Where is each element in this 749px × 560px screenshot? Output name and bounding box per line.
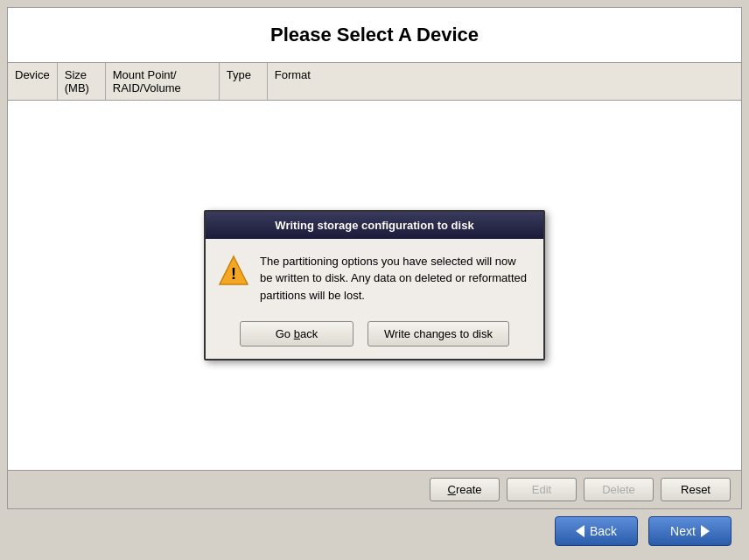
- bottom-toolbar: Create Edit Delete Reset: [7, 471, 742, 509]
- dialog-message: The partitioning options you have select…: [260, 253, 531, 304]
- table-header: Device Size(MB) Mount Point/RAID/Volume …: [7, 63, 742, 101]
- go-back-button[interactable]: Go back: [240, 321, 354, 346]
- col-header-type: Type: [220, 63, 268, 100]
- back-label: Back: [590, 524, 617, 538]
- dialog-box: Writing storage configuration to disk ! …: [204, 210, 545, 361]
- col-header-device: Device: [8, 63, 58, 100]
- next-button[interactable]: Next: [648, 516, 732, 546]
- dialog-body: ! The partitioning options you have sele…: [206, 239, 543, 315]
- next-label: Next: [670, 524, 696, 538]
- col-header-size: Size(MB): [58, 63, 106, 100]
- reset-button[interactable]: Reset: [661, 478, 731, 501]
- dialog-titlebar: Writing storage configuration to disk: [206, 212, 543, 239]
- col-header-format: Format: [268, 63, 329, 100]
- create-button[interactable]: Create: [430, 478, 500, 501]
- warning-icon: !: [218, 255, 249, 286]
- write-changes-button[interactable]: Write changes to disk: [368, 321, 509, 346]
- nav-area: Back Next: [7, 509, 742, 553]
- delete-button[interactable]: Delete: [584, 478, 654, 501]
- dialog-buttons: Go back Write changes to disk: [206, 314, 543, 359]
- title-area: Please Select A Device: [7, 7, 742, 63]
- next-arrow-icon: [701, 525, 710, 537]
- col-header-mount: Mount Point/RAID/Volume: [106, 63, 220, 100]
- edit-button[interactable]: Edit: [507, 478, 577, 501]
- svg-text:!: !: [231, 265, 236, 283]
- page-title: Please Select A Device: [17, 24, 732, 46]
- main-content: Writing storage configuration to disk ! …: [7, 101, 742, 471]
- dialog-overlay: Writing storage configuration to disk ! …: [8, 101, 741, 470]
- back-button[interactable]: Back: [555, 516, 638, 546]
- back-arrow-icon: [576, 525, 584, 537]
